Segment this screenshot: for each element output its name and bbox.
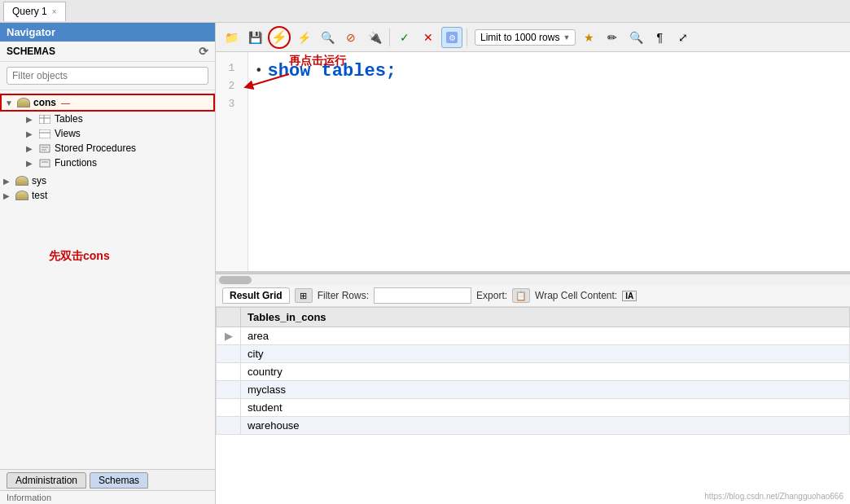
table-row-num-header — [217, 308, 241, 327]
expand-button[interactable]: ⤢ — [673, 27, 694, 48]
tab-close-icon[interactable]: × — [52, 7, 57, 16]
test-tree-item[interactable]: ▶ test — [0, 188, 215, 203]
editor-toolbar: 📁 💾 ⚡ ⚡ 🔍 ⊘ 🔌 ✓ ✕ ⚙ Limit to 1000 rows ▼… — [216, 23, 850, 52]
svg-text:⚙: ⚙ — [449, 33, 456, 42]
code-text-1: show tables; — [268, 61, 397, 81]
table-row[interactable]: student — [217, 399, 850, 417]
line-num-1: 1 — [216, 59, 248, 77]
info-bar: Information — [0, 490, 215, 504]
query-tab[interactable]: Query 1 × — [3, 2, 66, 21]
row-value: student — [241, 399, 850, 417]
cancel-button[interactable]: ✕ — [418, 27, 439, 48]
schema-tree: ▼ cons — ▶ Tables ▶ Views — [0, 90, 215, 469]
tables-icon — [37, 113, 52, 125]
row-value: city — [241, 345, 850, 363]
bullet-dot: • — [255, 64, 263, 78]
db-icon-cons — [16, 97, 31, 108]
right-content: 📁 💾 ⚡ ⚡ 🔍 ⊘ 🔌 ✓ ✕ ⚙ Limit to 1000 rows ▼… — [216, 23, 850, 504]
find-button[interactable]: 🔍 — [317, 27, 338, 48]
expand-arrow-sys: ▶ — [3, 177, 15, 186]
schemas-header: SCHEMAS ⟳ — [0, 42, 215, 62]
filter-rows-input[interactable] — [374, 287, 471, 304]
stop-button[interactable]: ⊘ — [340, 27, 361, 48]
export-label: Export: — [476, 290, 507, 301]
result-grid-tab[interactable]: Result Grid — [222, 287, 290, 304]
row-value: area — [241, 327, 850, 345]
filter-objects-input[interactable] — [7, 67, 208, 85]
cons-highlight-box: — — [61, 98, 70, 107]
horizontal-scrollbar[interactable] — [216, 274, 850, 285]
sidebar-bottom-bar: Administration Schemas — [0, 469, 215, 490]
administration-tab[interactable]: Administration — [7, 472, 86, 489]
row-arrow — [217, 417, 241, 435]
reconnect-button[interactable]: 🔌 — [364, 27, 385, 48]
scroll-thumb[interactable] — [219, 276, 252, 284]
save-button[interactable]: 💾 — [244, 27, 265, 48]
table-row[interactable]: myclass — [217, 381, 850, 399]
column-header-tables-in-cons: Tables_in_cons — [241, 308, 850, 327]
result-data-table: Tables_in_cons ▶areacitycountrymyclassst… — [216, 307, 850, 504]
filter-rows-label: Filter Rows: — [318, 290, 369, 301]
toolbar-sep2 — [467, 28, 467, 46]
info-label: Information — [7, 493, 51, 502]
tab-label: Query 1 — [12, 6, 47, 17]
views-tree-item[interactable]: ▶ Views — [23, 126, 215, 141]
schema-button[interactable]: ⚙ — [441, 27, 462, 48]
export-button[interactable]: 📋 — [512, 288, 530, 303]
filter-box — [0, 62, 215, 90]
check-button[interactable]: ✓ — [394, 27, 415, 48]
grid-view-button[interactable]: ⊞ — [295, 288, 313, 303]
tables-label: Tables — [55, 113, 83, 125]
run-single-button[interactable]: ⚡ — [293, 27, 314, 48]
stored-procedures-tree-item[interactable]: ▶ Stored Procedures — [23, 141, 215, 156]
limit-dropdown[interactable]: Limit to 1000 rows ▼ — [475, 29, 576, 46]
navigator-title: Navigator — [7, 26, 55, 38]
row-arrow — [217, 399, 241, 417]
functions-tree-item[interactable]: ▶ Functions — [23, 156, 215, 170]
code-content[interactable]: • show tables; — [248, 52, 850, 138]
bookmark-button[interactable]: ✏ — [602, 27, 623, 48]
svg-rect-0 — [39, 115, 50, 124]
expand-arrow-cons: ▼ — [5, 99, 16, 107]
navigator-header: Navigator — [0, 23, 215, 42]
views-icon — [37, 128, 52, 139]
dropdown-arrow: ▼ — [563, 33, 570, 42]
sys-label: sys — [32, 175, 46, 186]
result-area: Result Grid ⊞ Filter Rows: Export: 📋 Wra… — [216, 285, 850, 504]
row-arrow — [217, 381, 241, 399]
expand-arrow-sp: ▶ — [26, 144, 37, 153]
expand-arrow-functions: ▶ — [26, 159, 37, 168]
cons-tree-item[interactable]: ▼ cons — — [0, 94, 215, 112]
table-row[interactable]: city — [217, 345, 850, 363]
sp-label: Stored Procedures — [55, 142, 136, 154]
svg-rect-3 — [39, 129, 50, 138]
para-button[interactable]: ¶ — [649, 27, 670, 48]
sidebar: Navigator SCHEMAS ⟳ ▼ cons — ▶ Tables — [0, 23, 216, 504]
star-button[interactable]: ★ — [578, 27, 599, 48]
expand-arrow-views: ▶ — [26, 129, 37, 138]
table-row[interactable]: country — [217, 363, 850, 381]
sys-tree-item[interactable]: ▶ sys — [0, 173, 215, 188]
open-file-button[interactable]: 📁 — [221, 27, 242, 48]
code-gutter: 1 2 3 — [216, 52, 248, 271]
run-button[interactable]: ⚡ — [268, 26, 291, 49]
refresh-icon[interactable]: ⟳ — [199, 45, 208, 58]
code-editor[interactable]: 1 2 3 • show tables; — [216, 52, 850, 274]
functions-label: Functions — [55, 157, 97, 169]
schemas-tab[interactable]: Schemas — [90, 472, 148, 489]
limit-label: Limit to 1000 rows — [480, 32, 559, 43]
schemas-label: SCHEMAS — [7, 46, 55, 57]
code-line-1: • show tables; — [255, 59, 843, 83]
db-icon-sys — [15, 175, 29, 186]
tables-tree-item[interactable]: ▶ Tables — [23, 112, 215, 126]
table-row[interactable]: warehouse — [217, 417, 850, 435]
row-value: myclass — [241, 381, 850, 399]
search-button[interactable]: 🔍 — [625, 27, 646, 48]
svg-rect-8 — [40, 160, 50, 167]
table-row[interactable]: ▶area — [217, 327, 850, 345]
result-toolbar: Result Grid ⊞ Filter Rows: Export: 📋 Wra… — [216, 285, 850, 307]
svg-rect-5 — [40, 145, 50, 152]
wrap-label: Wrap Cell Content: — [535, 290, 617, 301]
sp-icon — [37, 142, 52, 154]
cons-label: cons — [33, 97, 56, 108]
